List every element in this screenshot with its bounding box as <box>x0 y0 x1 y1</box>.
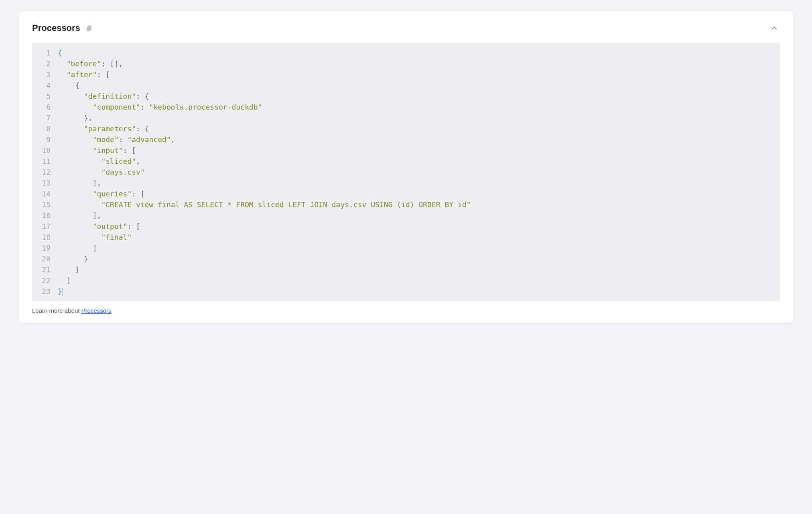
code-content[interactable]: "days.csv" <box>58 167 780 177</box>
line-number: 5 <box>32 91 58 102</box>
code-content[interactable]: "before": [], <box>58 58 780 69</box>
code-content[interactable]: ], <box>58 177 780 188</box>
code-content[interactable]: } <box>58 253 780 264</box>
line-number: 8 <box>32 123 58 134</box>
code-content[interactable]: } <box>58 286 780 297</box>
code-line[interactable]: 11 "sliced", <box>32 156 780 167</box>
line-number: 12 <box>32 167 58 177</box>
code-line[interactable]: 5 "definition": { <box>32 91 780 102</box>
code-content[interactable]: { <box>58 47 780 58</box>
code-line[interactable]: 13 ], <box>32 177 780 188</box>
code-line[interactable]: 9 "mode": "advanced", <box>32 134 780 145</box>
line-number: 15 <box>32 199 58 210</box>
code-line[interactable]: 6 "component": "keboola.processor-duckdb… <box>32 102 780 112</box>
code-editor[interactable]: 1{2 "before": [],3 "after": [4 {5 "defin… <box>32 43 780 302</box>
code-content[interactable]: "final" <box>58 232 780 243</box>
code-content[interactable]: "component": "keboola.processor-duckdb" <box>58 102 780 112</box>
footer-prefix: Learn more about <box>32 307 81 314</box>
code-line[interactable]: 14 "queries": [ <box>32 188 780 199</box>
code-line[interactable]: 23} <box>32 286 780 297</box>
code-content[interactable]: { <box>58 80 780 91</box>
processors-card: Processors 1{2 "before": [],3 "after": [… <box>19 11 793 323</box>
line-number: 4 <box>32 80 58 91</box>
code-line[interactable]: 22 ] <box>32 275 780 286</box>
code-content[interactable]: ] <box>58 275 780 286</box>
line-number: 14 <box>32 188 58 199</box>
code-line[interactable]: 8 "parameters": { <box>32 123 780 134</box>
code-line[interactable]: 7 }, <box>32 112 780 123</box>
code-content[interactable]: } <box>58 264 780 275</box>
line-number: 1 <box>32 47 58 58</box>
code-content[interactable]: "output": [ <box>58 221 780 232</box>
line-number: 11 <box>32 156 58 167</box>
code-line[interactable]: 12 "days.csv" <box>32 167 780 177</box>
code-content[interactable]: }, <box>58 112 780 123</box>
copy-icon[interactable] <box>85 24 93 32</box>
line-number: 6 <box>32 102 58 112</box>
code-content[interactable]: ] <box>58 243 780 253</box>
card-header: Processors <box>32 22 780 34</box>
code-content[interactable]: "queries": [ <box>58 188 780 199</box>
line-number: 10 <box>32 145 58 156</box>
code-line[interactable]: 21 } <box>32 264 780 275</box>
code-line[interactable]: 4 { <box>32 80 780 91</box>
code-content[interactable]: "parameters": { <box>58 123 780 134</box>
line-number: 7 <box>32 112 58 123</box>
code-line[interactable]: 15 "CREATE view final AS SELECT * FROM s… <box>32 199 780 210</box>
code-line[interactable]: 10 "input": [ <box>32 145 780 156</box>
line-number: 20 <box>32 253 58 264</box>
processors-doc-link[interactable]: Processors <box>81 307 112 314</box>
code-line[interactable]: 17 "output": [ <box>32 221 780 232</box>
code-content[interactable]: "definition": { <box>58 91 780 102</box>
code-line[interactable]: 2 "before": [], <box>32 58 780 69</box>
line-number: 16 <box>32 210 58 221</box>
text-cursor-icon <box>63 288 63 296</box>
line-number: 2 <box>32 58 58 69</box>
line-number: 23 <box>32 286 58 297</box>
chevron-up-icon[interactable] <box>769 22 780 34</box>
code-content[interactable]: "input": [ <box>58 145 780 156</box>
code-content[interactable]: "CREATE view final AS SELECT * FROM slic… <box>58 199 780 210</box>
code-line[interactable]: 20 } <box>32 253 780 264</box>
line-number: 9 <box>32 134 58 145</box>
section-title: Processors <box>32 23 80 33</box>
svg-rect-2 <box>87 27 90 31</box>
line-number: 21 <box>32 264 58 275</box>
header-left: Processors <box>32 23 93 33</box>
line-number: 19 <box>32 243 58 253</box>
code-line[interactable]: 19 ] <box>32 243 780 253</box>
code-line[interactable]: 18 "final" <box>32 232 780 243</box>
code-content[interactable]: ], <box>58 210 780 221</box>
code-content[interactable]: "after": [ <box>58 69 780 80</box>
code-content[interactable]: "sliced", <box>58 156 780 167</box>
code-line[interactable]: 1{ <box>32 47 780 58</box>
code-line[interactable]: 3 "after": [ <box>32 69 780 80</box>
line-number: 3 <box>32 69 58 80</box>
code-content[interactable]: "mode": "advanced", <box>58 134 780 145</box>
line-number: 18 <box>32 232 58 243</box>
line-number: 22 <box>32 275 58 286</box>
footer-text: Learn more about Processors <box>32 307 780 314</box>
line-number: 13 <box>32 177 58 188</box>
line-number: 17 <box>32 221 58 232</box>
code-line[interactable]: 16 ], <box>32 210 780 221</box>
